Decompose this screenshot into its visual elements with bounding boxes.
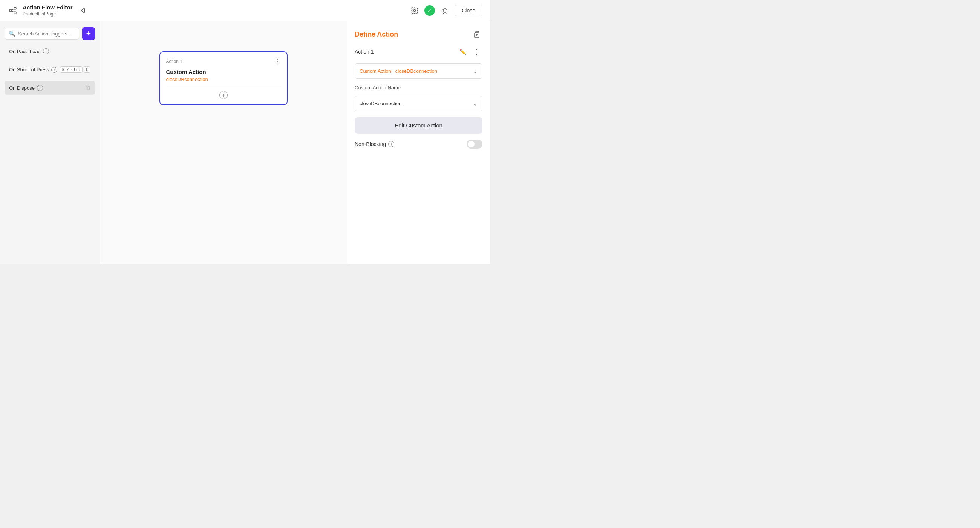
custom-action-dropdown-text: Custom Action closeDBconnection — [360, 68, 437, 74]
info-icon-shortcut-press: i — [51, 67, 57, 73]
shortcut-key-c: C — [84, 66, 91, 73]
svg-point-1 — [14, 7, 16, 10]
chevron-down-icon-2: ⌄ — [473, 100, 477, 107]
non-blocking-toggle[interactable] — [467, 140, 482, 148]
trigger-item-on-shortcut-press[interactable]: On Shortcut Press i ⌘ / Ctrl C — [5, 62, 95, 77]
edit-action-name-button[interactable]: ✏️ — [457, 46, 468, 57]
custom-action-name-value: closeDBconnection — [360, 101, 401, 106]
custom-action-name-label: Custom Action Name — [355, 85, 482, 91]
custom-action-name-section: Custom Action Name closeDBconnection ⌄ — [355, 85, 482, 111]
sidebar: 🔍 + On Page Load i On Shortcut Press i ⌘… — [0, 21, 100, 264]
chevron-down-icon: ⌄ — [473, 67, 477, 75]
trigger-item-on-dispose[interactable]: On Dispose i 🗑 — [5, 81, 95, 95]
info-icon-page-load: i — [43, 48, 49, 54]
topbar: Action Flow Editor ProductListPage ✓ Clo… — [0, 0, 490, 21]
main-layout: 🔍 + On Page Load i On Shortcut Press i ⌘… — [0, 21, 490, 264]
custom-action-section: Custom Action closeDBconnection ⌄ — [355, 63, 482, 79]
action-card-bottom: + — [166, 87, 281, 99]
panel-header: Define Action — [355, 29, 482, 40]
page-title: Action Flow Editor — [22, 4, 73, 11]
svg-line-3 — [12, 9, 14, 10]
status-check-icon: ✓ — [425, 5, 435, 16]
canvas: Action 1 ⋮ Custom Action closeDBconnecti… — [100, 21, 347, 264]
custom-action-name-dropdown[interactable]: closeDBconnection ⌄ — [355, 96, 482, 111]
page-subtitle: ProductListPage — [22, 11, 73, 17]
collapse-button[interactable] — [77, 5, 88, 16]
action-name-label: Action 1 — [355, 49, 374, 55]
trigger-label-on-shortcut-press: On Shortcut Press — [9, 67, 49, 72]
action-more-button[interactable]: ⋮ — [471, 46, 482, 57]
settings-icon-button[interactable] — [409, 5, 420, 16]
edit-custom-action-button[interactable]: Edit Custom Action — [355, 117, 482, 134]
action-card-subtitle: closeDBconnection — [166, 77, 281, 82]
info-icon-dispose: i — [37, 85, 43, 91]
action-flow-icon — [8, 5, 18, 16]
action-name-row: Action 1 ✏️ ⋮ — [355, 46, 482, 57]
action-card: Action 1 ⋮ Custom Action closeDBconnecti… — [159, 51, 288, 105]
action-card-label: Action 1 — [166, 59, 183, 64]
custom-action-prefix: Custom Action — [360, 68, 391, 74]
trigger-label-on-page-load: On Page Load — [9, 49, 41, 54]
trigger-label-on-dispose: On Dispose — [9, 85, 35, 91]
close-button[interactable]: Close — [455, 5, 482, 16]
non-blocking-label-text: Non-Blocking — [355, 141, 386, 147]
add-action-button[interactable]: + — [220, 91, 228, 99]
info-icon-non-blocking: i — [388, 141, 394, 147]
search-bar[interactable]: 🔍 — [5, 27, 79, 40]
search-row: 🔍 + — [5, 27, 95, 40]
delete-trigger-icon[interactable]: 🗑 — [86, 85, 91, 91]
topbar-right: ✓ Close — [409, 5, 482, 16]
svg-point-2 — [14, 12, 16, 14]
non-blocking-row: Non-Blocking i — [355, 140, 482, 148]
action-row-icons: ✏️ ⋮ — [457, 46, 482, 57]
action-card-menu-icon[interactable]: ⋮ — [274, 57, 281, 65]
search-input[interactable] — [18, 31, 75, 37]
custom-action-dropdown[interactable]: Custom Action closeDBconnection ⌄ — [355, 63, 482, 79]
svg-point-6 — [414, 10, 416, 11]
search-icon: 🔍 — [9, 30, 15, 37]
shortcut-key-cmd: ⌘ / Ctrl — [60, 66, 83, 73]
action-card-header: Action 1 ⋮ — [166, 57, 281, 65]
trigger-item-on-page-load[interactable]: On Page Load i — [5, 45, 95, 58]
svg-line-4 — [12, 11, 14, 13]
topbar-left: Action Flow Editor ProductListPage — [8, 4, 88, 17]
right-panel: Define Action Action 1 ✏️ ⋮ Cu — [347, 21, 490, 264]
action-card-title: Custom Action — [166, 69, 281, 75]
panel-copy-icon-button[interactable] — [471, 29, 482, 40]
plus-icon: + — [86, 29, 91, 38]
svg-point-0 — [10, 10, 12, 12]
topbar-title-block: Action Flow Editor ProductListPage — [22, 4, 73, 17]
add-trigger-button[interactable]: + — [82, 27, 95, 40]
bug-icon-button[interactable] — [439, 5, 450, 16]
custom-action-value: closeDBconnection — [395, 68, 437, 74]
shortcut-badge: ⌘ / Ctrl C — [60, 66, 91, 73]
panel-title: Define Action — [355, 30, 398, 38]
